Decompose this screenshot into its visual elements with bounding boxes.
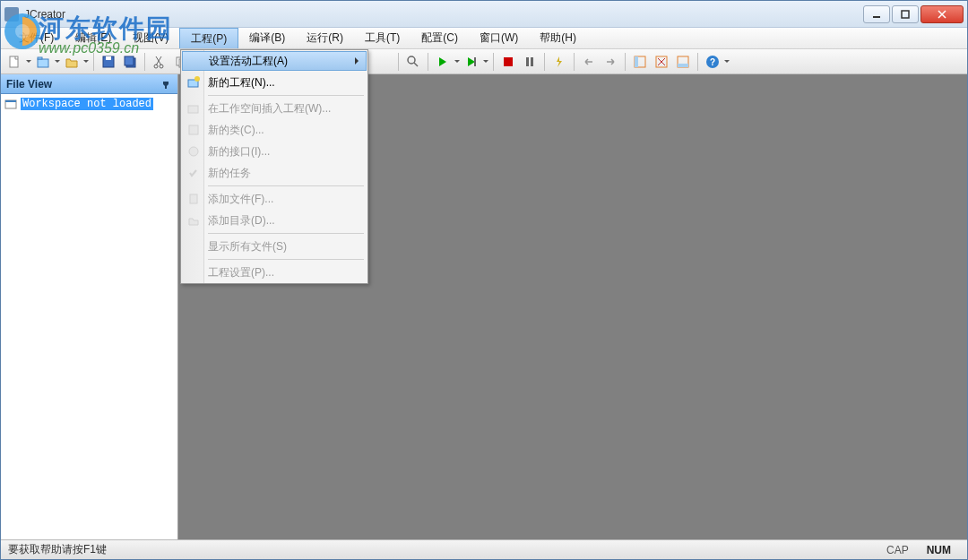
- dd-new-task[interactable]: 新的任务: [181, 162, 367, 184]
- tb-open[interactable]: [62, 52, 82, 72]
- maximize-button[interactable]: [892, 5, 919, 23]
- tb-find[interactable]: [403, 52, 423, 72]
- tb-bolt[interactable]: [549, 52, 569, 72]
- save-all-icon: [123, 55, 137, 69]
- svg-rect-21: [635, 56, 638, 67]
- tb-help[interactable]: ?: [703, 52, 722, 72]
- menu-run[interactable]: 运行(R): [296, 28, 354, 48]
- tb-help-dropdown[interactable]: [724, 52, 730, 72]
- dd-label: 新的类(C)...: [208, 123, 264, 138]
- tb-view2[interactable]: [652, 52, 671, 72]
- arrow-left-icon: [582, 55, 596, 69]
- file-tree[interactable]: Workspace not loaded: [1, 94, 177, 541]
- dd-new-class[interactable]: 新的类(C)...: [181, 119, 367, 141]
- tb-new[interactable]: [4, 52, 24, 72]
- tb-new-dropdown[interactable]: [26, 52, 31, 72]
- tb-back[interactable]: [579, 52, 599, 72]
- debug-icon: [464, 55, 479, 69]
- add-file-icon: [186, 192, 201, 206]
- find-icon: [406, 55, 420, 69]
- tb-save-all[interactable]: [120, 52, 140, 72]
- menu-help[interactable]: 帮助(H): [529, 28, 587, 48]
- arrow-right-icon: [603, 55, 618, 69]
- tb-sep5: [398, 53, 399, 71]
- status-cap: CAP: [877, 544, 918, 556]
- menu-view[interactable]: 视图(V): [122, 28, 179, 48]
- tb-sep8: [544, 53, 545, 71]
- new-file-icon: [7, 55, 22, 69]
- tb-new-project-dropdown[interactable]: [55, 52, 60, 72]
- pane-pin-button[interactable]: [160, 78, 172, 90]
- svg-rect-32: [190, 194, 197, 203]
- menu-window[interactable]: 窗口(W): [469, 28, 529, 48]
- tb-view3[interactable]: [673, 52, 693, 72]
- dd-insert-project[interactable]: 在工作空间插入工程(W)...: [181, 98, 367, 119]
- tb-open-dropdown[interactable]: [83, 52, 89, 72]
- minimize-button[interactable]: [863, 5, 890, 23]
- bolt-icon: [552, 55, 566, 69]
- svg-rect-16: [474, 57, 476, 66]
- menu-project[interactable]: 工程(P): [179, 28, 238, 48]
- new-class-icon: [186, 123, 201, 137]
- dd-label: 新的工程(N)...: [208, 75, 275, 90]
- svg-point-31: [189, 147, 198, 156]
- svg-point-15: [408, 56, 415, 64]
- tb-cut[interactable]: [150, 52, 169, 72]
- statusbar: 要获取帮助请按F1键 CAP NUM: [1, 539, 967, 559]
- tb-sep6: [428, 53, 428, 71]
- tb-run[interactable]: [433, 52, 453, 72]
- tb-new-project[interactable]: [33, 52, 53, 72]
- tb-forward[interactable]: [601, 52, 620, 72]
- dd-new-interface[interactable]: 新的接口(I)...: [181, 141, 367, 162]
- tb-stop[interactable]: [498, 52, 518, 72]
- tb-sep1: [93, 53, 94, 71]
- open-icon: [65, 55, 79, 69]
- svg-rect-2: [10, 56, 18, 67]
- menu-compile[interactable]: 编译(B): [238, 28, 296, 48]
- dd-add-folder[interactable]: 添加目录(D)...: [181, 210, 367, 231]
- tb-view1[interactable]: [630, 52, 650, 72]
- dd-sep: [208, 185, 364, 186]
- new-project-icon: [36, 55, 50, 69]
- svg-point-28: [194, 76, 200, 82]
- tb-save[interactable]: [99, 52, 118, 72]
- svg-rect-18: [526, 57, 529, 66]
- save-icon: [101, 55, 116, 69]
- dd-show-all-files[interactable]: 显示所有文件(S): [181, 236, 367, 257]
- dd-set-active-project[interactable]: 设置活动工程(A): [182, 51, 367, 71]
- menu-config[interactable]: 配置(C): [411, 28, 469, 48]
- new-task-icon: [186, 166, 201, 180]
- svg-rect-17: [504, 57, 513, 66]
- menubar: 文件(F) 编辑(E) 视图(V) 工程(P) 编译(B) 运行(R) 工具(T…: [1, 28, 967, 49]
- stop-icon: [501, 55, 515, 69]
- dd-sep: [208, 95, 364, 96]
- tb-sep7: [493, 53, 494, 71]
- tree-item-label: Workspace not loaded: [21, 98, 153, 110]
- svg-rect-3: [38, 59, 48, 67]
- project-menu-dropdown: 设置活动工程(A) 新的工程(N)... 在工作空间插入工程(W)... 新的类…: [180, 49, 368, 284]
- dd-label: 在工作空间插入工程(W)...: [208, 101, 331, 116]
- pane-title: File View: [6, 78, 52, 90]
- tb-run-dropdown[interactable]: [454, 52, 460, 72]
- dd-label: 新的接口(I)...: [208, 144, 270, 159]
- menu-edit[interactable]: 编辑(E): [65, 28, 122, 48]
- dd-sep: [208, 259, 364, 260]
- window-controls: [863, 5, 964, 23]
- menu-tools[interactable]: 工具(T): [354, 28, 411, 48]
- tb-debug-dropdown[interactable]: [483, 52, 488, 72]
- tb-debug[interactable]: [462, 52, 481, 72]
- submenu-arrow-icon: [355, 57, 359, 65]
- close-icon: [938, 10, 946, 19]
- svg-rect-29: [188, 106, 198, 113]
- svg-rect-30: [189, 125, 198, 134]
- close-button[interactable]: [920, 5, 964, 23]
- dd-add-file[interactable]: 添加文件(F)...: [181, 188, 367, 210]
- dd-project-settings[interactable]: 工程设置(P)...: [181, 262, 367, 283]
- tb-pause[interactable]: [520, 52, 540, 72]
- dd-new-project[interactable]: 新的工程(N)...: [181, 72, 367, 93]
- tree-root-item[interactable]: Workspace not loaded: [4, 98, 174, 110]
- menu-file[interactable]: 文件(F): [8, 28, 65, 48]
- dd-label: 新的任务: [208, 166, 251, 181]
- dd-label: 添加文件(F)...: [208, 192, 273, 207]
- app-window: JCreator 文件(F) 编辑(E) 视图(V) 工程(P) 编译(B) 运…: [0, 0, 968, 560]
